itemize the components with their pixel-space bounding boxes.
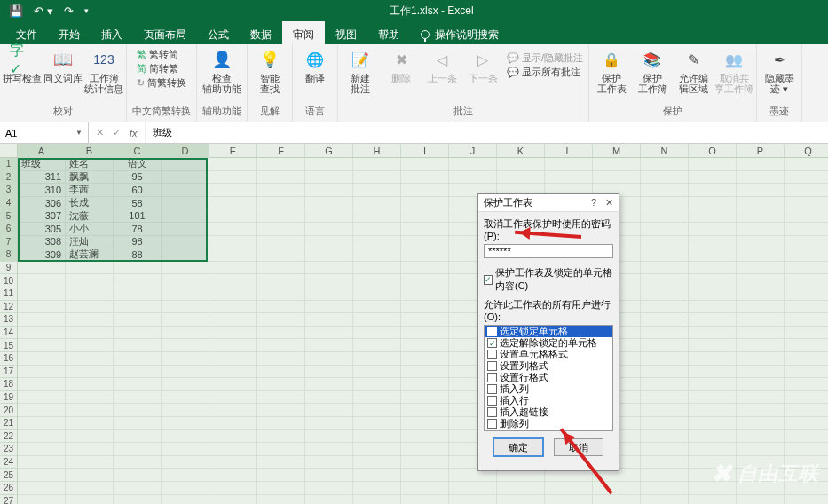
cell[interactable] — [737, 404, 785, 417]
row-header[interactable]: 5 — [0, 209, 18, 223]
cell[interactable] — [257, 482, 305, 495]
qat-save-icon[interactable]: 💾 — [9, 4, 23, 18]
row-header[interactable]: 25 — [0, 469, 18, 482]
cell[interactable] — [162, 378, 209, 391]
cancel-icon[interactable]: ✕ — [96, 127, 104, 138]
cell[interactable] — [353, 209, 401, 223]
cell[interactable] — [209, 197, 257, 210]
row-header[interactable]: 11 — [0, 287, 18, 301]
cell[interactable] — [401, 366, 449, 379]
cell[interactable] — [114, 469, 162, 482]
cell[interactable] — [785, 248, 828, 262]
ok-button[interactable]: 确定 — [493, 438, 543, 456]
cell[interactable] — [401, 301, 449, 314]
cell[interactable] — [114, 456, 162, 469]
cell[interactable]: 307 — [18, 209, 66, 223]
cell[interactable] — [641, 482, 689, 495]
cell[interactable] — [785, 352, 828, 366]
cell[interactable] — [785, 339, 828, 352]
cell[interactable] — [641, 313, 689, 327]
cell[interactable] — [689, 209, 737, 223]
cell[interactable] — [785, 417, 828, 430]
cell[interactable] — [785, 313, 828, 327]
cell[interactable] — [353, 482, 401, 495]
cell[interactable] — [209, 158, 257, 171]
cell[interactable] — [257, 248, 305, 262]
cell[interactable] — [305, 378, 353, 391]
cell[interactable] — [737, 184, 785, 197]
row-header[interactable]: 23 — [0, 443, 18, 456]
btn-prev-comment[interactable]: ◁ 上一条 — [425, 48, 459, 83]
cell[interactable] — [641, 430, 689, 444]
cell[interactable] — [689, 366, 737, 379]
cell[interactable] — [305, 366, 353, 379]
cell[interactable] — [162, 391, 209, 405]
btn-next-comment[interactable]: ▷ 下一条 — [466, 48, 500, 83]
btn-simp-to-trad[interactable]: 简 简转繁 — [137, 62, 186, 75]
password-input[interactable] — [484, 244, 613, 258]
cell[interactable] — [641, 171, 689, 185]
cell[interactable] — [18, 301, 66, 314]
cell[interactable] — [641, 469, 689, 482]
cell[interactable] — [641, 184, 689, 197]
cell[interactable] — [66, 287, 114, 301]
cell[interactable] — [162, 352, 209, 366]
cell[interactable] — [66, 404, 114, 417]
cell[interactable] — [641, 248, 689, 262]
cell[interactable] — [66, 495, 114, 504]
cell[interactable] — [737, 197, 785, 210]
row-header[interactable]: 2 — [0, 171, 18, 185]
cell[interactable] — [353, 248, 401, 262]
cell[interactable] — [689, 171, 737, 185]
cell[interactable] — [18, 366, 66, 379]
cell[interactable] — [257, 366, 305, 379]
cell[interactable] — [162, 430, 209, 444]
cell[interactable] — [401, 287, 449, 301]
col-header-Q[interactable]: Q — [785, 144, 828, 158]
cell[interactable] — [545, 158, 593, 171]
row-header[interactable]: 7 — [0, 236, 18, 249]
cell[interactable]: 赵芸澜 — [66, 248, 114, 262]
cell[interactable] — [257, 456, 305, 469]
cell[interactable]: 88 — [114, 248, 162, 262]
cell[interactable] — [209, 352, 257, 366]
cell[interactable] — [737, 274, 785, 287]
row-header[interactable]: 10 — [0, 274, 18, 287]
col-header-G[interactable]: G — [305, 144, 353, 158]
tab-tellme[interactable]: 操作说明搜索 — [410, 21, 509, 44]
col-header-F[interactable]: F — [257, 144, 305, 158]
cell[interactable] — [401, 378, 449, 391]
namebox-dropdown-icon[interactable]: ▼ — [75, 129, 83, 137]
row-header[interactable]: 17 — [0, 366, 18, 379]
cell[interactable] — [209, 469, 257, 482]
cell[interactable] — [114, 352, 162, 366]
cell[interactable] — [401, 248, 449, 262]
cell[interactable] — [114, 313, 162, 327]
cell[interactable] — [209, 274, 257, 287]
cell[interactable] — [209, 287, 257, 301]
tab-insert[interactable]: 插入 — [91, 21, 133, 44]
cell[interactable] — [257, 223, 305, 236]
row-header[interactable]: 1 — [0, 158, 18, 171]
cell[interactable] — [209, 301, 257, 314]
cell[interactable] — [209, 327, 257, 340]
cell[interactable] — [209, 313, 257, 327]
row-header[interactable]: 15 — [0, 339, 18, 352]
cell[interactable] — [641, 287, 689, 301]
cell[interactable] — [66, 262, 114, 275]
cell[interactable] — [449, 482, 497, 495]
cell[interactable] — [18, 327, 66, 340]
cell[interactable] — [785, 378, 828, 391]
cell[interactable]: 308 — [18, 236, 66, 249]
cell[interactable] — [737, 223, 785, 236]
col-header-M[interactable]: M — [593, 144, 641, 158]
cell[interactable] — [114, 495, 162, 504]
cell[interactable] — [401, 327, 449, 340]
cell[interactable] — [401, 171, 449, 185]
cell[interactable] — [785, 236, 828, 249]
cell[interactable] — [162, 339, 209, 352]
cell[interactable] — [689, 236, 737, 249]
cell[interactable] — [689, 248, 737, 262]
cell[interactable] — [305, 430, 353, 444]
btn-workbook-stats[interactable]: 123 工作簿 统计信息 — [87, 48, 121, 94]
